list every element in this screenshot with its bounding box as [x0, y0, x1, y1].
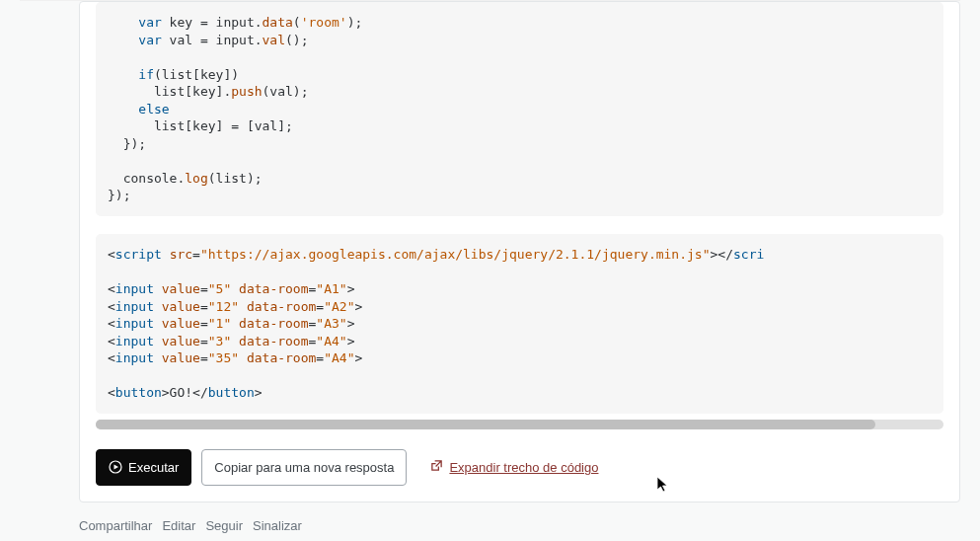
code-scrollbar[interactable]	[96, 420, 943, 429]
copy-button[interactable]: Copiar para uma nova resposta	[201, 449, 407, 486]
code-scrollbar-thumb[interactable]	[96, 420, 875, 429]
svg-marker-1	[114, 465, 119, 470]
run-button-label: Executar	[128, 460, 179, 475]
answer-card: var key = input.data('room'); var val = …	[79, 1, 960, 502]
external-link-icon	[430, 459, 443, 475]
share-link[interactable]: Compartilhar	[79, 518, 152, 533]
expand-link-label: Expandir trecho de código	[449, 460, 598, 475]
edit-link[interactable]: Editar	[162, 518, 195, 533]
code-block-js: var key = input.data('room'); var val = …	[96, 2, 943, 216]
expand-link[interactable]: Expandir trecho de código	[430, 459, 598, 475]
play-icon	[109, 460, 122, 474]
snippet-actions: Executar Copiar para uma nova resposta E…	[96, 449, 943, 486]
post-footer-links: Compartilhar Editar Seguir Sinalizar	[79, 518, 960, 533]
code-block-html: <script src="https://ajax.googleapis.com…	[96, 234, 943, 414]
copy-button-label: Copiar para uma nova resposta	[214, 460, 394, 475]
flag-link[interactable]: Sinalizar	[253, 518, 302, 533]
run-button[interactable]: Executar	[96, 449, 191, 486]
follow-link[interactable]: Seguir	[205, 518, 243, 533]
